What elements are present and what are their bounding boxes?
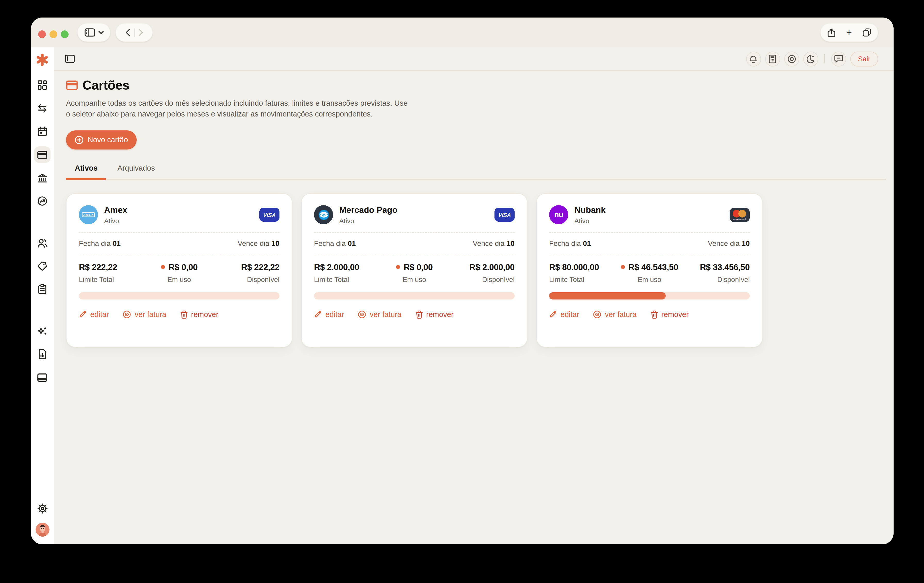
card-name: Amex: [104, 205, 127, 215]
sidebar-item-subscriptions[interactable]: [34, 369, 51, 385]
notifications-button[interactable]: [746, 51, 761, 66]
usage-progressbar: [549, 292, 750, 300]
due-day: Vence dia10: [473, 239, 515, 247]
transfer-arrows-icon: [37, 104, 48, 113]
logout-button[interactable]: Sair: [850, 51, 878, 66]
amex-logo: AMEX: [82, 212, 95, 217]
calculator-button[interactable]: [765, 51, 780, 66]
credit-card-icon: [37, 150, 48, 159]
card-mercado-pago: Mercado Pago Ativo VISA Fecha dia01 Venc…: [301, 193, 528, 347]
sidebar-item-reports[interactable]: [34, 346, 51, 362]
close-day: Fecha dia01: [314, 239, 356, 247]
dashboard-grid-icon: [37, 80, 48, 90]
sidebar-item-cards[interactable]: [34, 147, 51, 163]
close-day: Fecha dia01: [549, 239, 591, 247]
remove-card-link[interactable]: remover: [180, 310, 218, 319]
dark-mode-button[interactable]: [804, 51, 818, 66]
moon-sparkle-icon: [806, 54, 815, 63]
divider: [79, 254, 279, 254]
metric-limit: R$ 80.000,00 Limite Total: [549, 262, 616, 283]
in-use-dot: [620, 265, 625, 269]
card-issuer-avatar: nu: [549, 206, 568, 224]
feedback-button[interactable]: [831, 51, 846, 66]
view-invoice-link[interactable]: ver fatura: [593, 310, 637, 319]
page-description: Acompanhe todas os cartões do mês seleci…: [66, 98, 411, 120]
usage-progress-fill: [549, 292, 665, 300]
clipboard-icon: [38, 284, 47, 294]
content-header: Sair: [54, 48, 894, 71]
close-window-button[interactable]: [38, 30, 46, 38]
mastercard-badge: mastercard: [729, 208, 750, 222]
tab-ativos[interactable]: Ativos: [66, 164, 106, 179]
remove-card-link[interactable]: remover: [415, 310, 454, 319]
target-icon: [593, 310, 601, 319]
collapse-sidebar-icon[interactable]: [65, 54, 75, 63]
traffic-lights: [38, 30, 69, 38]
zoom-window-button[interactable]: [61, 30, 69, 38]
usage-progressbar: [79, 292, 279, 300]
sidebar-item-calendar[interactable]: [34, 123, 51, 140]
plus-circle-icon: [75, 135, 84, 144]
sidebar-toggle-button[interactable]: [78, 23, 111, 42]
pencil-icon: [549, 311, 557, 318]
page-title: Cartões: [82, 78, 129, 93]
tab-arquivados[interactable]: Arquivados: [109, 164, 164, 179]
trend-circle-icon: [37, 196, 48, 206]
metric-in-use: R$ 46.543,50 Em uso: [616, 262, 683, 283]
sidebar: [31, 48, 54, 544]
forward-button[interactable]: [139, 29, 143, 36]
sidebar-item-members[interactable]: [34, 234, 51, 251]
minimize-window-button[interactable]: [50, 30, 57, 38]
user-avatar[interactable]: [35, 523, 49, 537]
view-invoice-link[interactable]: ver fatura: [123, 310, 167, 319]
view-invoice-link[interactable]: ver fatura: [358, 310, 402, 319]
in-use-dot: [161, 265, 165, 269]
back-button[interactable]: [125, 29, 130, 36]
pencil-icon: [314, 311, 322, 318]
nav-divider: [134, 28, 134, 37]
sidebar-panel-icon: [84, 28, 95, 36]
edit-card-link[interactable]: editar: [549, 310, 579, 319]
new-card-button[interactable]: Novo cartão: [66, 130, 137, 150]
edit-card-link[interactable]: editar: [314, 310, 344, 319]
sidebar-item-accounts[interactable]: [34, 170, 51, 186]
new-card-button-label: Novo cartão: [87, 136, 128, 144]
people-icon: [37, 238, 48, 248]
user-avatar-illustration: [35, 523, 49, 537]
card-issuer-avatar: [314, 206, 333, 224]
in-use-dot: [396, 265, 400, 269]
metric-available: R$ 33.456,50 Disponível: [683, 262, 750, 283]
settings-button[interactable]: [34, 500, 51, 517]
gear-icon: [37, 503, 48, 514]
visa-badge: VISA: [495, 208, 515, 222]
divider: [549, 254, 750, 254]
remove-card-link[interactable]: remover: [650, 310, 689, 319]
calculator-icon: [769, 54, 776, 63]
target-icon: [123, 310, 131, 319]
new-tab-button[interactable]: +: [846, 27, 852, 37]
privacy-button[interactable]: [784, 51, 799, 66]
card-name: Nubank: [574, 205, 606, 215]
sidebar-item-planning[interactable]: [34, 281, 51, 297]
share-icon[interactable]: [828, 28, 835, 37]
sidebar-item-investments[interactable]: [34, 193, 51, 209]
tag-icon: [37, 261, 48, 271]
tab-overview-icon[interactable]: [863, 28, 871, 36]
sidebar-item-transactions[interactable]: [34, 100, 51, 117]
metric-available: R$ 2.000,00 Disponível: [448, 262, 515, 283]
edit-card-link[interactable]: editar: [79, 310, 109, 319]
card-name: Mercado Pago: [339, 205, 398, 215]
sidebar-item-tags[interactable]: [34, 258, 51, 274]
usage-progressbar: [314, 292, 515, 300]
chevron-down-icon: [98, 31, 103, 34]
sidebar-item-dashboard[interactable]: [34, 77, 51, 93]
card-amex: AMEX Amex Ativo VISA Fecha dia01 Vence d…: [66, 193, 292, 347]
document-chart-icon: [38, 349, 47, 359]
visa-badge: VISA: [259, 208, 279, 222]
trash-icon: [180, 310, 187, 319]
bell-icon: [749, 54, 758, 63]
sidebar-item-ai[interactable]: [34, 323, 51, 339]
page-title-card-icon: [66, 81, 78, 90]
metric-limit: R$ 222,22 Limite Total: [79, 262, 146, 283]
desktop: +: [0, 0, 924, 583]
